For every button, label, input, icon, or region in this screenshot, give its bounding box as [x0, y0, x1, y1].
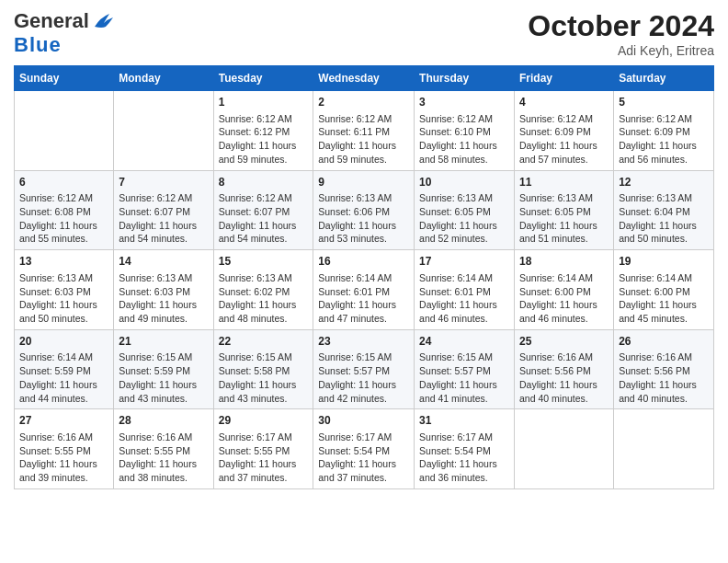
calendar-cell [515, 409, 614, 489]
day-info: Sunrise: 6:12 AMSunset: 6:12 PMDaylight:… [219, 112, 309, 167]
calendar-cell: 26Sunrise: 6:16 AMSunset: 5:56 PMDayligh… [614, 329, 714, 409]
calendar-cell: 1Sunrise: 6:12 AMSunset: 6:12 PMDaylight… [213, 91, 313, 171]
header-wednesday: Wednesday [313, 66, 415, 91]
day-number: 29 [219, 413, 309, 429]
calendar-cell: 29Sunrise: 6:17 AMSunset: 5:55 PMDayligh… [213, 409, 313, 489]
calendar-cell: 31Sunrise: 6:17 AMSunset: 5:54 PMDayligh… [415, 409, 515, 489]
day-number: 16 [318, 254, 409, 270]
calendar-week-1: 1Sunrise: 6:12 AMSunset: 6:12 PMDaylight… [15, 91, 714, 171]
day-info: Sunrise: 6:15 AMSunset: 5:57 PMDaylight:… [318, 350, 409, 405]
page-header: General Blue October 2024 Adi Keyh, Erit… [14, 9, 714, 58]
day-info: Sunrise: 6:12 AMSunset: 6:11 PMDaylight:… [318, 112, 409, 167]
logo: General Blue [14, 9, 117, 57]
calendar-cell: 4Sunrise: 6:12 AMSunset: 6:09 PMDaylight… [515, 91, 614, 171]
day-info: Sunrise: 6:15 AMSunset: 5:59 PMDaylight:… [119, 350, 208, 405]
day-number: 12 [619, 175, 709, 190]
day-info: Sunrise: 6:14 AMSunset: 5:59 PMDaylight:… [19, 350, 108, 405]
day-info: Sunrise: 6:12 AMSunset: 6:10 PMDaylight:… [419, 112, 509, 167]
calendar-cell: 27Sunrise: 6:16 AMSunset: 5:55 PMDayligh… [15, 409, 114, 489]
day-info: Sunrise: 6:14 AMSunset: 6:01 PMDaylight:… [419, 271, 509, 326]
day-number: 25 [519, 334, 609, 350]
day-number: 6 [19, 175, 108, 190]
day-number: 19 [619, 254, 709, 270]
day-info: Sunrise: 6:12 AMSunset: 6:07 PMDaylight:… [219, 191, 309, 246]
day-info: Sunrise: 6:14 AMSunset: 6:00 PMDaylight:… [619, 271, 709, 326]
day-info: Sunrise: 6:16 AMSunset: 5:56 PMDaylight:… [619, 350, 709, 405]
calendar-cell: 23Sunrise: 6:15 AMSunset: 5:57 PMDayligh… [313, 329, 415, 409]
day-info: Sunrise: 6:13 AMSunset: 6:04 PMDaylight:… [619, 191, 709, 246]
day-info: Sunrise: 6:17 AMSunset: 5:55 PMDaylight:… [219, 431, 309, 485]
calendar-week-4: 20Sunrise: 6:14 AMSunset: 5:59 PMDayligh… [15, 329, 714, 409]
day-number: 22 [219, 334, 309, 350]
header-thursday: Thursday [415, 66, 515, 91]
header-sunday: Sunday [15, 66, 114, 91]
calendar-cell: 6Sunrise: 6:12 AMSunset: 6:08 PMDaylight… [15, 170, 114, 250]
day-number: 26 [619, 334, 709, 350]
title-block: October 2024 Adi Keyh, Eritrea [528, 9, 714, 58]
calendar-cell: 7Sunrise: 6:12 AMSunset: 6:07 PMDaylight… [114, 170, 213, 250]
day-number: 31 [419, 413, 509, 429]
logo-general-text: General [14, 9, 89, 33]
day-number: 13 [19, 254, 108, 270]
day-info: Sunrise: 6:17 AMSunset: 5:54 PMDaylight:… [419, 431, 509, 485]
day-number: 27 [19, 413, 108, 429]
day-number: 11 [519, 175, 609, 190]
day-info: Sunrise: 6:15 AMSunset: 5:58 PMDaylight:… [219, 350, 309, 405]
day-number: 2 [318, 95, 409, 110]
day-info: Sunrise: 6:13 AMSunset: 6:03 PMDaylight:… [19, 271, 108, 326]
day-number: 7 [119, 175, 208, 190]
day-info: Sunrise: 6:13 AMSunset: 6:02 PMDaylight:… [219, 271, 309, 326]
calendar-cell: 20Sunrise: 6:14 AMSunset: 5:59 PMDayligh… [15, 329, 114, 409]
logo-blue-text: Blue [14, 33, 62, 56]
day-info: Sunrise: 6:16 AMSunset: 5:55 PMDaylight:… [19, 431, 108, 485]
day-number: 3 [419, 95, 509, 110]
calendar-week-2: 6Sunrise: 6:12 AMSunset: 6:08 PMDaylight… [15, 170, 714, 250]
calendar-cell: 17Sunrise: 6:14 AMSunset: 6:01 PMDayligh… [415, 250, 515, 330]
day-info: Sunrise: 6:14 AMSunset: 6:01 PMDaylight:… [318, 271, 409, 326]
day-info: Sunrise: 6:12 AMSunset: 6:08 PMDaylight:… [19, 191, 108, 246]
day-number: 4 [519, 95, 609, 110]
month-title: October 2024 [528, 9, 714, 43]
day-number: 18 [519, 254, 609, 270]
day-number: 15 [219, 254, 309, 270]
day-info: Sunrise: 6:13 AMSunset: 6:06 PMDaylight:… [318, 191, 409, 246]
calendar-table: SundayMondayTuesdayWednesdayThursdayFrid… [14, 65, 714, 489]
day-info: Sunrise: 6:16 AMSunset: 5:56 PMDaylight:… [519, 350, 609, 405]
day-number: 8 [219, 175, 309, 190]
day-number: 9 [318, 175, 409, 190]
calendar-cell: 9Sunrise: 6:13 AMSunset: 6:06 PMDaylight… [313, 170, 415, 250]
calendar-cell: 25Sunrise: 6:16 AMSunset: 5:56 PMDayligh… [515, 329, 614, 409]
calendar-cell: 10Sunrise: 6:13 AMSunset: 6:05 PMDayligh… [415, 170, 515, 250]
day-number: 5 [619, 95, 709, 110]
calendar-cell: 21Sunrise: 6:15 AMSunset: 5:59 PMDayligh… [114, 329, 213, 409]
calendar-cell: 5Sunrise: 6:12 AMSunset: 6:09 PMDaylight… [614, 91, 714, 171]
day-info: Sunrise: 6:14 AMSunset: 6:00 PMDaylight:… [519, 271, 609, 326]
calendar-cell: 13Sunrise: 6:13 AMSunset: 6:03 PMDayligh… [15, 250, 114, 330]
day-number: 28 [119, 413, 208, 429]
calendar-cell: 8Sunrise: 6:12 AMSunset: 6:07 PMDaylight… [213, 170, 313, 250]
day-info: Sunrise: 6:12 AMSunset: 6:09 PMDaylight:… [519, 112, 609, 167]
calendar-week-5: 27Sunrise: 6:16 AMSunset: 5:55 PMDayligh… [15, 409, 714, 489]
day-info: Sunrise: 6:12 AMSunset: 6:09 PMDaylight:… [619, 112, 709, 167]
day-number: 20 [19, 334, 108, 350]
day-info: Sunrise: 6:16 AMSunset: 5:55 PMDaylight:… [119, 431, 208, 485]
day-info: Sunrise: 6:13 AMSunset: 6:03 PMDaylight:… [119, 271, 208, 326]
day-number: 24 [419, 334, 509, 350]
calendar-cell: 2Sunrise: 6:12 AMSunset: 6:11 PMDaylight… [313, 91, 415, 171]
calendar-cell: 30Sunrise: 6:17 AMSunset: 5:54 PMDayligh… [313, 409, 415, 489]
day-info: Sunrise: 6:12 AMSunset: 6:07 PMDaylight:… [119, 191, 208, 246]
calendar-cell: 15Sunrise: 6:13 AMSunset: 6:02 PMDayligh… [213, 250, 313, 330]
calendar-cell: 18Sunrise: 6:14 AMSunset: 6:00 PMDayligh… [515, 250, 614, 330]
calendar-cell: 19Sunrise: 6:14 AMSunset: 6:00 PMDayligh… [614, 250, 714, 330]
calendar-cell [614, 409, 714, 489]
calendar-cell [15, 91, 114, 171]
location-title: Adi Keyh, Eritrea [528, 43, 714, 58]
calendar-cell: 22Sunrise: 6:15 AMSunset: 5:58 PMDayligh… [213, 329, 313, 409]
calendar-cell: 16Sunrise: 6:14 AMSunset: 6:01 PMDayligh… [313, 250, 415, 330]
day-info: Sunrise: 6:13 AMSunset: 6:05 PMDaylight:… [419, 191, 509, 246]
calendar-cell: 12Sunrise: 6:13 AMSunset: 6:04 PMDayligh… [614, 170, 714, 250]
calendar-cell: 14Sunrise: 6:13 AMSunset: 6:03 PMDayligh… [114, 250, 213, 330]
logo-bird-icon [91, 10, 117, 30]
calendar-cell: 11Sunrise: 6:13 AMSunset: 6:05 PMDayligh… [515, 170, 614, 250]
calendar-cell: 24Sunrise: 6:15 AMSunset: 5:57 PMDayligh… [415, 329, 515, 409]
